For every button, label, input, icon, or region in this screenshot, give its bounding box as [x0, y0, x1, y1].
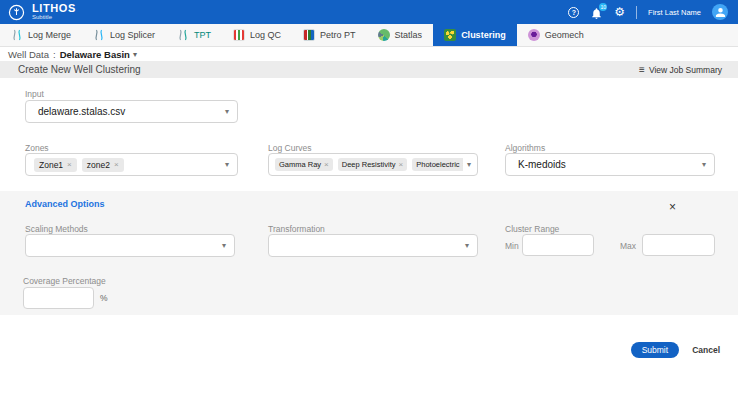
transformation-select[interactable]: ▾	[268, 234, 478, 257]
chevron-down-icon: ▾	[465, 241, 469, 250]
tab-label: Log Merge	[28, 30, 71, 40]
well-data-selector[interactable]: Delaware Basin ▾	[60, 49, 137, 60]
chip-label: Gamma Ray	[279, 160, 321, 169]
menu-icon: ≡	[639, 64, 645, 75]
remove-chip-icon[interactable]: ×	[67, 160, 72, 169]
cluster-min-input[interactable]	[522, 234, 594, 256]
chip-label: zone2	[87, 160, 110, 170]
chevron-down-icon: ▾	[222, 241, 226, 250]
settings-icon[interactable]: ⚙	[614, 6, 625, 18]
log-curves-select[interactable]: Gamma Ray × Deep Resistivity × Photoelec…	[268, 153, 478, 176]
section-header: Create New Well Clustering ≡ View Job Su…	[0, 61, 738, 78]
user-name: First Last Name	[648, 8, 701, 17]
breadcrumb-separator: :	[53, 49, 56, 60]
tab-label: Geomech	[545, 30, 584, 40]
tab-clustering[interactable]: Clustering	[433, 24, 517, 46]
tab-geomech[interactable]: Geomech	[517, 24, 595, 46]
form-actions: Submit Cancel	[631, 342, 720, 358]
algorithms-value: K-medoids	[518, 159, 698, 170]
scaling-methods-label: Scaling Methods	[25, 224, 88, 234]
transformation-label: Transformation	[268, 224, 325, 234]
chip-label: Photoelectric	[416, 160, 459, 169]
close-icon[interactable]: ×	[669, 201, 676, 213]
log-splicer-icon	[93, 29, 105, 41]
advanced-options-link[interactable]: Advanced Options	[25, 199, 105, 209]
header-divider	[636, 6, 637, 19]
brand-text: LITHOS Subtitle	[32, 3, 76, 21]
cluster-range-label: Cluster Range	[505, 224, 559, 234]
remove-chip-icon[interactable]: ×	[324, 160, 329, 169]
submit-button[interactable]: Submit	[631, 342, 679, 358]
app-window: LITHOS Subtitle ? 10 ⚙ First Last Name	[0, 0, 738, 415]
chip-label: Deep Resistivity	[342, 160, 396, 169]
log-curve-chip[interactable]: Deep Resistivity ×	[338, 158, 407, 171]
chevron-down-icon: ▾	[133, 50, 137, 59]
tab-label: Log Splicer	[110, 30, 155, 40]
notification-badge: 10	[599, 3, 607, 11]
tab-label: Statlas	[395, 30, 423, 40]
input-label: Input	[25, 89, 44, 99]
zone-chip[interactable]: zone2 ×	[82, 158, 124, 172]
chevron-down-icon: ▾	[702, 160, 706, 169]
module-tabbar: Log Merge Log Splicer TPT Log QC Petro P…	[0, 24, 738, 47]
brand: LITHOS Subtitle	[0, 3, 76, 21]
app-subtitle: Subtitle	[32, 14, 76, 21]
max-label: Max	[620, 241, 636, 251]
zones-label: Zones	[25, 143, 49, 153]
algorithms-label: Algorithms	[505, 143, 545, 153]
tab-log-splicer[interactable]: Log Splicer	[82, 24, 166, 46]
geomech-icon	[528, 29, 540, 41]
statlas-icon	[378, 29, 390, 41]
view-job-summary-label: View Job Summary	[649, 65, 722, 75]
view-job-summary-button[interactable]: ≡ View Job Summary	[639, 64, 722, 75]
percent-suffix: %	[100, 293, 108, 303]
coverage-percentage-input[interactable]	[23, 287, 94, 309]
page-title: Create New Well Clustering	[18, 64, 141, 75]
cluster-max-input[interactable]	[642, 234, 715, 256]
chevron-down-icon: ▾	[467, 160, 471, 169]
tab-log-merge[interactable]: Log Merge	[0, 24, 82, 46]
log-curves-label: Log Curves	[268, 143, 311, 153]
app-logo-icon	[8, 4, 25, 21]
breadcrumb-prefix: Well Data	[8, 49, 49, 60]
notifications-icon[interactable]: 10	[590, 6, 603, 19]
chevron-down-icon: ▾	[225, 160, 229, 169]
petro-pt-icon	[303, 29, 315, 41]
tab-tpt[interactable]: TPT	[166, 24, 222, 46]
coverage-percentage-label: Coverage Percentage	[23, 276, 106, 286]
cancel-button[interactable]: Cancel	[692, 345, 720, 355]
top-header: LITHOS Subtitle ? 10 ⚙ First Last Name	[0, 0, 738, 24]
user-avatar-icon[interactable]	[712, 4, 728, 20]
log-curve-chip[interactable]: Photoelectric ×	[412, 158, 463, 171]
app-title: LITHOS	[32, 3, 76, 14]
zones-select[interactable]: Zone1 × zone2 × ▾	[25, 153, 238, 176]
zone-chip[interactable]: Zone1 ×	[34, 158, 77, 172]
clustering-icon	[444, 29, 456, 41]
remove-chip-icon[interactable]: ×	[399, 160, 404, 169]
tab-log-qc[interactable]: Log QC	[222, 24, 292, 46]
help-icon[interactable]: ?	[568, 7, 579, 18]
chevron-down-icon: ▾	[225, 107, 229, 116]
tab-petro-pt[interactable]: Petro PT	[292, 24, 367, 46]
log-qc-icon	[233, 29, 245, 41]
tab-label: Log QC	[250, 30, 281, 40]
zones-chips: Zone1 × zone2 ×	[34, 158, 221, 172]
algorithms-select[interactable]: K-medoids ▾	[505, 153, 715, 176]
header-actions: ? 10 ⚙ First Last Name	[568, 4, 738, 20]
tpt-icon	[177, 29, 189, 41]
log-curves-chips: Gamma Ray × Deep Resistivity × Photoelec…	[275, 158, 463, 171]
log-merge-icon	[11, 29, 23, 41]
log-curve-chip[interactable]: Gamma Ray ×	[275, 158, 333, 171]
input-value: delaware.stalas.csv	[38, 106, 221, 117]
tab-label: TPT	[194, 30, 211, 40]
scaling-methods-select[interactable]: ▾	[25, 234, 235, 257]
tab-statlas[interactable]: Statlas	[367, 24, 434, 46]
selected-well-data: Delaware Basin	[60, 49, 130, 60]
input-select[interactable]: delaware.stalas.csv ▾	[25, 100, 238, 123]
tab-label: Petro PT	[320, 30, 356, 40]
breadcrumb: Well Data : Delaware Basin ▾	[0, 47, 738, 61]
min-label: Min	[505, 241, 519, 251]
tab-label: Clustering	[461, 30, 506, 40]
remove-chip-icon[interactable]: ×	[114, 160, 119, 169]
chip-label: Zone1	[39, 160, 63, 170]
